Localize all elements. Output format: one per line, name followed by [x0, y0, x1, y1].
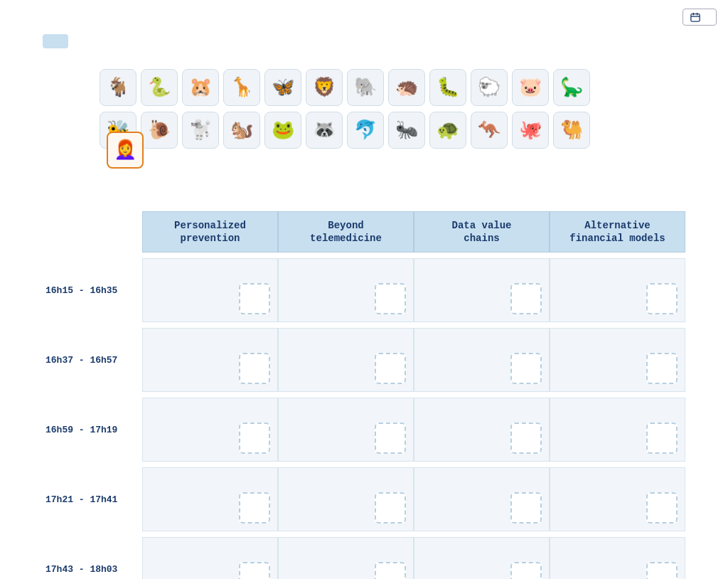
slot-cell-row2-col3[interactable] [550, 398, 685, 462]
time-label: 16h37 - 16h57 [43, 328, 142, 392]
schedule-section: Personalized preventionBeyond telemedici… [43, 211, 685, 579]
time-label: 17h43 - 18h03 [43, 537, 142, 579]
svg-rect-0 [691, 14, 700, 22]
animal-cell[interactable]: 🦘 [471, 112, 508, 149]
slot-inner [646, 562, 678, 579]
slot-cell-row2-col1[interactable] [278, 398, 414, 462]
slot-cell-row3-col0[interactable] [142, 467, 278, 531]
animal-cell[interactable]: 🐐 [100, 69, 136, 106]
col-header-data-value-chains: Data value chains [414, 211, 550, 253]
animal-cell[interactable]: 🐌 [141, 112, 178, 149]
time-label: 17h21 - 17h41 [43, 467, 142, 531]
time-label: 16h15 - 16h35 [43, 258, 142, 322]
slot-inner [646, 353, 678, 384]
animal-cell[interactable]: 🐍 [141, 69, 178, 106]
slot-inner [510, 353, 542, 384]
animal-cell[interactable]: 🐘 [347, 69, 384, 106]
slot-cell-row2-col2[interactable] [414, 398, 550, 462]
animal-cell[interactable]: 🐿️ [223, 112, 260, 149]
schedule-grid: Personalized preventionBeyond telemedici… [43, 211, 685, 579]
animal-cell[interactable]: 🐙 [512, 112, 549, 149]
slot-cell-row4-col1[interactable] [278, 537, 414, 579]
slot-cell-row3-col3[interactable] [550, 467, 685, 531]
slot-cell-row1-col3[interactable] [550, 328, 685, 392]
slot-inner [239, 492, 270, 524]
col-header-alternative-financial-models: Alternative financial models [550, 211, 685, 253]
slot-cell-row3-col1[interactable] [278, 467, 414, 531]
animal-row-2: 🐝🐌🐩🐿️🐸🦝🐬🐜🐢🦘🐙🐫👩‍🦰 [100, 112, 628, 190]
row-divider [43, 531, 685, 537]
slot-inner [510, 562, 542, 579]
row-divider [43, 392, 685, 398]
animal-cell[interactable]: 🦝 [306, 112, 343, 149]
slot-inner [510, 423, 542, 454]
slot-cell-row4-col2[interactable] [414, 537, 550, 579]
animal-cell[interactable]: 🐜 [388, 112, 425, 149]
slot-cell-row2-col0[interactable] [142, 398, 278, 462]
slot-cell-row1-col2[interactable] [414, 328, 550, 392]
selected-animal-cell[interactable]: 👩‍🦰 [107, 132, 144, 169]
slot-inner [510, 492, 542, 524]
animal-cell[interactable]: 🦁 [306, 69, 343, 106]
slot-inner [375, 283, 406, 314]
slot-inner [239, 353, 270, 384]
col-header-beyond-telemedicine: Beyond telemedicine [278, 211, 414, 253]
slot-cell-row4-col3[interactable] [550, 537, 685, 579]
time-label: 16h59 - 17h19 [43, 398, 142, 462]
slot-inner [510, 283, 542, 314]
calendar-icon [690, 12, 700, 22]
slot-inner [239, 562, 270, 579]
animal-cell[interactable]: 🐛 [429, 69, 466, 106]
date-badge [682, 9, 717, 26]
animal-cell[interactable]: 🐸 [264, 112, 301, 149]
animals-section: 🐐🐍🐹🦒🦋🦁🐘🦔🐛🐑🐷🦕 🐝🐌🐩🐿️🐸🦝🐬🐜🐢🦘🐙🐫👩‍🦰 [100, 69, 628, 190]
slot-cell-row4-col0[interactable] [142, 537, 278, 579]
animal-cell[interactable]: 🐷 [512, 69, 549, 106]
slot-cell-row3-col2[interactable] [414, 467, 550, 531]
animal-cell[interactable]: 🐩 [182, 112, 219, 149]
row-divider [43, 253, 685, 258]
animal-cell[interactable]: 🐫 [553, 112, 590, 149]
animal-row-1: 🐐🐍🐹🦒🦋🦁🐘🦔🐛🐑🐷🦕 [100, 69, 628, 106]
row-divider [43, 462, 685, 467]
page-title-bar [43, 34, 68, 48]
slot-cell-row0-col1[interactable] [278, 258, 414, 322]
slot-cell-row0-col2[interactable] [414, 258, 550, 322]
col-header-empty [43, 211, 142, 253]
slot-inner [375, 423, 406, 454]
animal-cell[interactable]: 🦔 [388, 69, 425, 106]
animal-cell[interactable]: 🦕 [553, 69, 590, 106]
animal-cell[interactable]: 🐹 [182, 69, 219, 106]
animal-cell[interactable]: 🦋 [264, 69, 301, 106]
animal-cell[interactable]: 🐬 [347, 112, 384, 149]
animal-cell[interactable]: 🐢 [429, 112, 466, 149]
slot-cell-row1-col1[interactable] [278, 328, 414, 392]
slot-cell-row0-col3[interactable] [550, 258, 685, 322]
slot-inner [646, 492, 678, 524]
slot-cell-row0-col0[interactable] [142, 258, 278, 322]
animal-cell[interactable]: 🐑 [471, 69, 508, 106]
slot-inner [239, 423, 270, 454]
slot-inner [375, 353, 406, 384]
slot-inner [239, 283, 270, 314]
col-header-personalized-prevention: Personalized prevention [142, 211, 278, 253]
slot-inner [375, 562, 406, 579]
slot-inner [375, 492, 406, 524]
slot-inner [646, 283, 678, 314]
slot-inner [646, 423, 678, 454]
animal-cell[interactable]: 🦒 [223, 69, 260, 106]
slot-cell-row1-col0[interactable] [142, 328, 278, 392]
row-divider [43, 322, 685, 328]
